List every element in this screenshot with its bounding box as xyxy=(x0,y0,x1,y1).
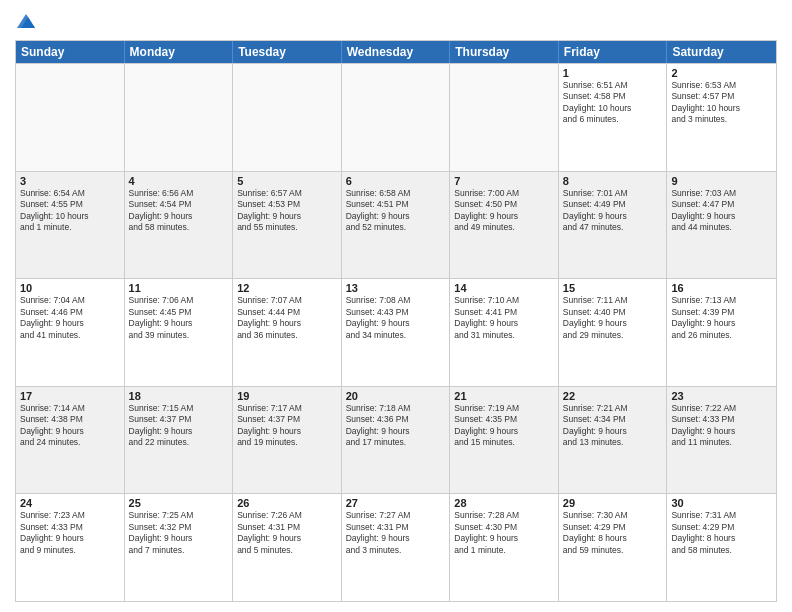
day-cell: 21Sunrise: 7:19 AM Sunset: 4:35 PM Dayli… xyxy=(450,387,559,494)
day-detail: Sunrise: 7:08 AM Sunset: 4:43 PM Dayligh… xyxy=(346,295,446,341)
day-cell: 5Sunrise: 6:57 AM Sunset: 4:53 PM Daylig… xyxy=(233,172,342,279)
day-cell: 2Sunrise: 6:53 AM Sunset: 4:57 PM Daylig… xyxy=(667,64,776,171)
day-cell: 22Sunrise: 7:21 AM Sunset: 4:34 PM Dayli… xyxy=(559,387,668,494)
day-number: 11 xyxy=(129,282,229,294)
day-number: 3 xyxy=(20,175,120,187)
day-number: 6 xyxy=(346,175,446,187)
day-detail: Sunrise: 7:15 AM Sunset: 4:37 PM Dayligh… xyxy=(129,403,229,449)
weekday-header: Sunday xyxy=(16,41,125,63)
day-cell: 25Sunrise: 7:25 AM Sunset: 4:32 PM Dayli… xyxy=(125,494,234,601)
day-detail: Sunrise: 7:13 AM Sunset: 4:39 PM Dayligh… xyxy=(671,295,772,341)
weekday-header: Friday xyxy=(559,41,668,63)
page: SundayMondayTuesdayWednesdayThursdayFrid… xyxy=(0,0,792,612)
day-number: 19 xyxy=(237,390,337,402)
day-detail: Sunrise: 7:06 AM Sunset: 4:45 PM Dayligh… xyxy=(129,295,229,341)
day-number: 24 xyxy=(20,497,120,509)
empty-cell xyxy=(342,64,451,171)
day-cell: 10Sunrise: 7:04 AM Sunset: 4:46 PM Dayli… xyxy=(16,279,125,386)
day-detail: Sunrise: 7:28 AM Sunset: 4:30 PM Dayligh… xyxy=(454,510,554,556)
day-cell: 24Sunrise: 7:23 AM Sunset: 4:33 PM Dayli… xyxy=(16,494,125,601)
calendar-header: SundayMondayTuesdayWednesdayThursdayFrid… xyxy=(16,41,776,63)
day-cell: 9Sunrise: 7:03 AM Sunset: 4:47 PM Daylig… xyxy=(667,172,776,279)
day-cell: 12Sunrise: 7:07 AM Sunset: 4:44 PM Dayli… xyxy=(233,279,342,386)
day-detail: Sunrise: 6:53 AM Sunset: 4:57 PM Dayligh… xyxy=(671,80,772,126)
day-number: 29 xyxy=(563,497,663,509)
calendar-row: 17Sunrise: 7:14 AM Sunset: 4:38 PM Dayli… xyxy=(16,386,776,494)
day-detail: Sunrise: 7:04 AM Sunset: 4:46 PM Dayligh… xyxy=(20,295,120,341)
day-cell: 19Sunrise: 7:17 AM Sunset: 4:37 PM Dayli… xyxy=(233,387,342,494)
day-detail: Sunrise: 7:07 AM Sunset: 4:44 PM Dayligh… xyxy=(237,295,337,341)
calendar-row: 10Sunrise: 7:04 AM Sunset: 4:46 PM Dayli… xyxy=(16,278,776,386)
logo xyxy=(15,10,39,32)
day-detail: Sunrise: 7:23 AM Sunset: 4:33 PM Dayligh… xyxy=(20,510,120,556)
day-detail: Sunrise: 6:56 AM Sunset: 4:54 PM Dayligh… xyxy=(129,188,229,234)
day-cell: 8Sunrise: 7:01 AM Sunset: 4:49 PM Daylig… xyxy=(559,172,668,279)
day-detail: Sunrise: 7:31 AM Sunset: 4:29 PM Dayligh… xyxy=(671,510,772,556)
day-detail: Sunrise: 7:14 AM Sunset: 4:38 PM Dayligh… xyxy=(20,403,120,449)
day-number: 22 xyxy=(563,390,663,402)
header xyxy=(15,10,777,32)
day-cell: 17Sunrise: 7:14 AM Sunset: 4:38 PM Dayli… xyxy=(16,387,125,494)
day-detail: Sunrise: 7:17 AM Sunset: 4:37 PM Dayligh… xyxy=(237,403,337,449)
day-cell: 26Sunrise: 7:26 AM Sunset: 4:31 PM Dayli… xyxy=(233,494,342,601)
day-detail: Sunrise: 7:01 AM Sunset: 4:49 PM Dayligh… xyxy=(563,188,663,234)
calendar-body: 1Sunrise: 6:51 AM Sunset: 4:58 PM Daylig… xyxy=(16,63,776,601)
day-detail: Sunrise: 7:27 AM Sunset: 4:31 PM Dayligh… xyxy=(346,510,446,556)
day-detail: Sunrise: 7:26 AM Sunset: 4:31 PM Dayligh… xyxy=(237,510,337,556)
day-detail: Sunrise: 7:22 AM Sunset: 4:33 PM Dayligh… xyxy=(671,403,772,449)
day-number: 21 xyxy=(454,390,554,402)
day-cell: 16Sunrise: 7:13 AM Sunset: 4:39 PM Dayli… xyxy=(667,279,776,386)
day-cell: 4Sunrise: 6:56 AM Sunset: 4:54 PM Daylig… xyxy=(125,172,234,279)
day-cell: 6Sunrise: 6:58 AM Sunset: 4:51 PM Daylig… xyxy=(342,172,451,279)
day-number: 14 xyxy=(454,282,554,294)
day-cell: 18Sunrise: 7:15 AM Sunset: 4:37 PM Dayli… xyxy=(125,387,234,494)
day-detail: Sunrise: 7:03 AM Sunset: 4:47 PM Dayligh… xyxy=(671,188,772,234)
day-number: 9 xyxy=(671,175,772,187)
day-number: 25 xyxy=(129,497,229,509)
day-cell: 1Sunrise: 6:51 AM Sunset: 4:58 PM Daylig… xyxy=(559,64,668,171)
day-cell: 20Sunrise: 7:18 AM Sunset: 4:36 PM Dayli… xyxy=(342,387,451,494)
weekday-header: Tuesday xyxy=(233,41,342,63)
day-number: 17 xyxy=(20,390,120,402)
empty-cell xyxy=(125,64,234,171)
weekday-header: Monday xyxy=(125,41,234,63)
day-number: 26 xyxy=(237,497,337,509)
day-cell: 29Sunrise: 7:30 AM Sunset: 4:29 PM Dayli… xyxy=(559,494,668,601)
calendar-row: 24Sunrise: 7:23 AM Sunset: 4:33 PM Dayli… xyxy=(16,493,776,601)
empty-cell xyxy=(16,64,125,171)
day-number: 1 xyxy=(563,67,663,79)
day-cell: 11Sunrise: 7:06 AM Sunset: 4:45 PM Dayli… xyxy=(125,279,234,386)
day-number: 5 xyxy=(237,175,337,187)
day-number: 12 xyxy=(237,282,337,294)
day-detail: Sunrise: 7:21 AM Sunset: 4:34 PM Dayligh… xyxy=(563,403,663,449)
day-number: 16 xyxy=(671,282,772,294)
day-cell: 15Sunrise: 7:11 AM Sunset: 4:40 PM Dayli… xyxy=(559,279,668,386)
day-number: 27 xyxy=(346,497,446,509)
day-cell: 14Sunrise: 7:10 AM Sunset: 4:41 PM Dayli… xyxy=(450,279,559,386)
day-number: 20 xyxy=(346,390,446,402)
day-detail: Sunrise: 6:54 AM Sunset: 4:55 PM Dayligh… xyxy=(20,188,120,234)
day-cell: 28Sunrise: 7:28 AM Sunset: 4:30 PM Dayli… xyxy=(450,494,559,601)
day-detail: Sunrise: 7:10 AM Sunset: 4:41 PM Dayligh… xyxy=(454,295,554,341)
empty-cell xyxy=(450,64,559,171)
day-number: 2 xyxy=(671,67,772,79)
day-detail: Sunrise: 7:19 AM Sunset: 4:35 PM Dayligh… xyxy=(454,403,554,449)
weekday-header: Wednesday xyxy=(342,41,451,63)
day-number: 8 xyxy=(563,175,663,187)
day-detail: Sunrise: 7:30 AM Sunset: 4:29 PM Dayligh… xyxy=(563,510,663,556)
logo-text xyxy=(15,10,39,32)
day-cell: 30Sunrise: 7:31 AM Sunset: 4:29 PM Dayli… xyxy=(667,494,776,601)
logo-icon xyxy=(15,10,37,32)
day-detail: Sunrise: 6:51 AM Sunset: 4:58 PM Dayligh… xyxy=(563,80,663,126)
day-detail: Sunrise: 7:18 AM Sunset: 4:36 PM Dayligh… xyxy=(346,403,446,449)
day-detail: Sunrise: 7:00 AM Sunset: 4:50 PM Dayligh… xyxy=(454,188,554,234)
day-detail: Sunrise: 7:11 AM Sunset: 4:40 PM Dayligh… xyxy=(563,295,663,341)
day-cell: 3Sunrise: 6:54 AM Sunset: 4:55 PM Daylig… xyxy=(16,172,125,279)
day-detail: Sunrise: 7:25 AM Sunset: 4:32 PM Dayligh… xyxy=(129,510,229,556)
day-detail: Sunrise: 6:57 AM Sunset: 4:53 PM Dayligh… xyxy=(237,188,337,234)
calendar-row: 1Sunrise: 6:51 AM Sunset: 4:58 PM Daylig… xyxy=(16,63,776,171)
day-cell: 13Sunrise: 7:08 AM Sunset: 4:43 PM Dayli… xyxy=(342,279,451,386)
calendar-row: 3Sunrise: 6:54 AM Sunset: 4:55 PM Daylig… xyxy=(16,171,776,279)
empty-cell xyxy=(233,64,342,171)
day-number: 18 xyxy=(129,390,229,402)
